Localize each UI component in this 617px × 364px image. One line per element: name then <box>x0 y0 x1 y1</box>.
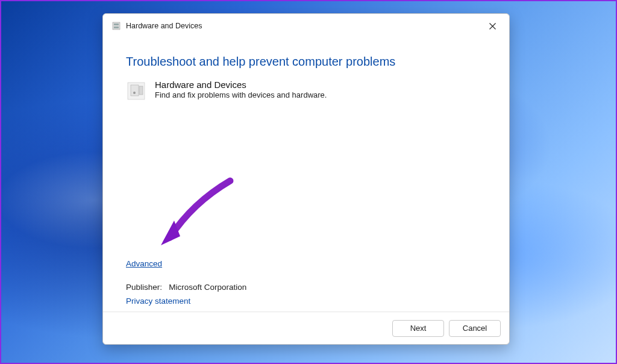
advanced-link[interactable]: Advanced <box>126 259 486 268</box>
dialog-content: Troubleshoot and help prevent computer p… <box>103 38 509 312</box>
page-title: Troubleshoot and help prevent computer p… <box>126 55 486 69</box>
button-bar: Next Cancel <box>103 312 509 344</box>
svg-point-8 <box>133 92 136 94</box>
publisher-row: Publisher: Microsoft Corporation <box>126 283 486 292</box>
close-button[interactable] <box>480 17 504 34</box>
cancel-button[interactable]: Cancel <box>449 320 501 337</box>
svg-rect-1 <box>114 24 119 25</box>
svg-rect-7 <box>139 86 143 95</box>
item-title: Hardware and Devices <box>155 80 327 90</box>
next-button[interactable]: Next <box>392 320 444 337</box>
privacy-statement-link[interactable]: Privacy statement <box>126 297 486 306</box>
publisher-label: Publisher: <box>126 283 162 292</box>
item-description: Find and fix problems with devices and h… <box>155 90 327 99</box>
dialog-title: Hardware and Devices <box>126 22 480 30</box>
troubleshoot-icon <box>111 21 121 31</box>
titlebar: Hardware and Devices <box>103 14 509 38</box>
svg-rect-6 <box>131 85 139 96</box>
troubleshooter-item: Hardware and Devices Find and fix proble… <box>126 81 486 101</box>
svg-rect-2 <box>114 27 119 28</box>
svg-rect-0 <box>113 22 120 30</box>
close-icon <box>489 23 496 30</box>
troubleshooter-dialog: Hardware and Devices Troubleshoot and he… <box>102 13 510 345</box>
publisher-value: Microsoft Corporation <box>169 283 246 292</box>
hardware-icon <box>126 81 146 101</box>
